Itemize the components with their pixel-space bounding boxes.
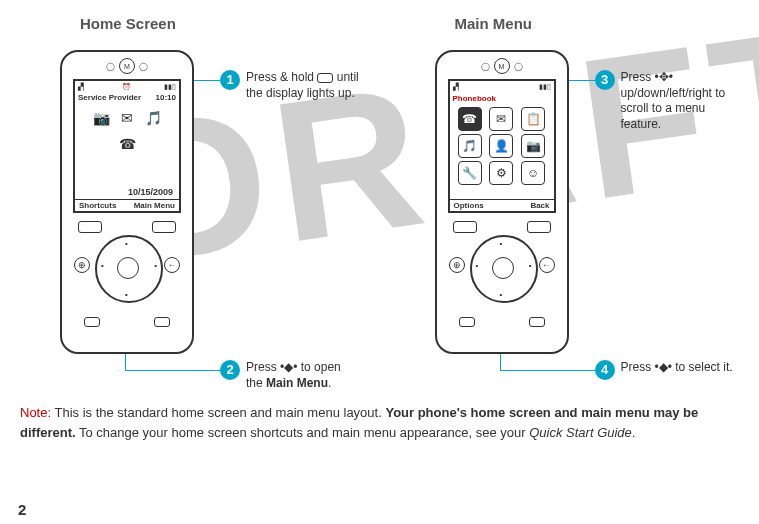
phone-menu: ◯M◯ ▞▏ ▮▮▯ Phonebook ☎ ✉ 📋 — [435, 50, 569, 354]
menu-icon-settings: ⚙ — [489, 161, 513, 185]
phone-home: ◯M◯ ▞▏ ⏰ ▮▮▯ Service Provider 10:10 — [60, 50, 194, 354]
step-2-badge: 2 — [220, 360, 240, 380]
menu-icon-phonebook: ☎ — [458, 107, 482, 131]
keypad-2: • • • • ⊕ ← — [447, 221, 557, 341]
step-3-text: Press •✥• up/down/left/right to scroll t… — [621, 70, 735, 132]
menu-current-label: Phonebook — [450, 93, 554, 104]
signal-icon-2: ▞▏ — [453, 83, 463, 91]
menu-screen: ▞▏ ▮▮▯ Phonebook ☎ ✉ 📋 🎵 👤 📷 🔧 — [448, 79, 556, 213]
home-screen-title: Home Screen — [80, 15, 365, 32]
home-icon-3: 🎵 — [141, 106, 165, 130]
home-icon-2: ✉ — [115, 106, 139, 130]
softkey-right-home: Main Menu — [134, 201, 175, 210]
note-text: Note: This is the standard home screen a… — [20, 403, 739, 442]
step-4-text: Press •◆• to select it. — [621, 360, 733, 376]
center-key-glyph-2: •◆• — [655, 360, 672, 374]
main-menu-title: Main Menu — [455, 15, 740, 32]
step-3-badge: 3 — [595, 70, 615, 90]
call-key: ⊕ — [74, 257, 90, 273]
phone-top: ◯M◯ — [62, 58, 192, 74]
menu-icon-profiles: 👤 — [489, 134, 513, 158]
menu-icon-log: 📋 — [521, 107, 545, 131]
phone-top-2: ◯M◯ — [437, 58, 567, 74]
menu-icon-extras: ☺ — [521, 161, 545, 185]
dpad: • • • • — [95, 235, 163, 303]
step-4-badge: 4 — [595, 360, 615, 380]
softkey-left-menu: Options — [454, 201, 484, 210]
battery-icon: ▮▮▯ — [164, 83, 176, 91]
dpad-2: • • • • — [470, 235, 538, 303]
step-1-badge: 1 — [220, 70, 240, 90]
step-2-text: Press •◆• to open the Main Menu. — [246, 360, 360, 391]
step-1-text: Press & hold until the display lights up… — [246, 70, 360, 101]
power-key-icon — [317, 73, 333, 83]
home-icon-1: 📷 — [89, 106, 113, 130]
softkey-left-home: Shortcuts — [79, 201, 116, 210]
center-key-glyph: •◆• — [280, 360, 297, 374]
signal-icon: ▞▏ — [78, 83, 88, 91]
nav-key-glyph: •✥• — [655, 70, 673, 84]
provider-label: Service Provider — [78, 93, 141, 102]
center-key-icon — [117, 257, 139, 279]
home-icon-4: ☎ — [115, 132, 139, 156]
menu-icon-tools: 🔧 — [458, 161, 482, 185]
battery-icon-2: ▮▮▯ — [539, 83, 551, 91]
softkey-right-menu: Back — [530, 201, 549, 210]
date-label: 10/15/2009 — [128, 187, 177, 197]
home-screen: ▞▏ ⏰ ▮▮▯ Service Provider 10:10 📷 ✉ 🎵 — [73, 79, 181, 213]
end-key: ← — [164, 257, 180, 273]
page-number: 2 — [18, 501, 26, 518]
keypad: • • • • ⊕ ← — [72, 221, 182, 341]
menu-icon-messages: ✉ — [489, 107, 513, 131]
alarm-icon: ⏰ — [122, 83, 131, 91]
time-label: 10:10 — [156, 93, 176, 102]
menu-icon-camera: 📷 — [521, 134, 545, 158]
menu-icon-media: 🎵 — [458, 134, 482, 158]
